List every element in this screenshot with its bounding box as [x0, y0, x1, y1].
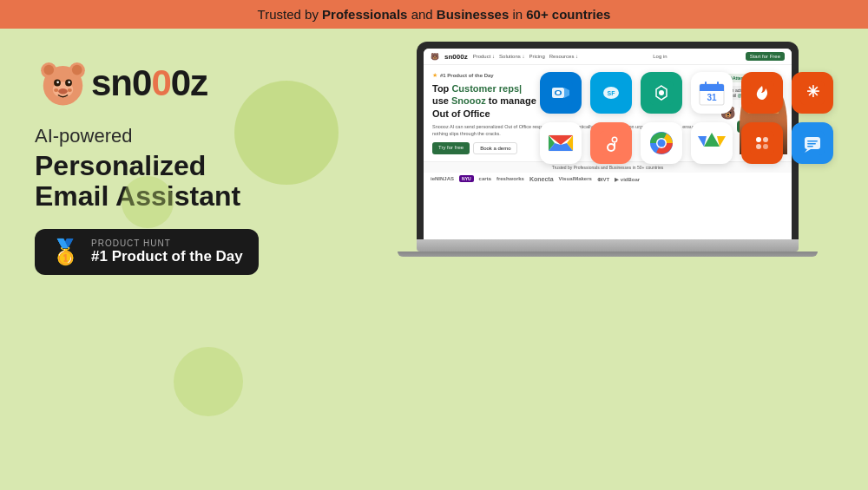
- trusted-banner: Trusted by Professionals and Businesses …: [0, 0, 868, 29]
- ph-title: #1 Product of the Day: [91, 248, 243, 265]
- svg-point-3: [43, 65, 54, 75]
- site-nav-login: Log in: [653, 54, 667, 59]
- svg-point-8: [56, 82, 59, 84]
- site-nav-cta[interactable]: Start for Free: [746, 52, 785, 61]
- svg-rect-64: [807, 146, 813, 147]
- svg-text:31: 31: [707, 93, 717, 102]
- right-panel: 🐻 sn000z Product ↓ Solutions ↓ Pricing R…: [382, 46, 833, 468]
- gmail-icon[interactable]: [540, 122, 582, 164]
- google-calendar-icon[interactable]: 31: [691, 72, 733, 114]
- svg-point-10: [58, 88, 67, 95]
- logo-nyu: NYU: [459, 175, 474, 182]
- site-heading-brand: Snoooz: [451, 95, 486, 106]
- intercom-icon[interactable]: [792, 122, 833, 164]
- app-icons-row-2: [540, 122, 833, 164]
- svg-point-17: [556, 91, 561, 95]
- banner-bold-3: 60+ countries: [526, 7, 610, 22]
- svg-rect-26: [700, 89, 724, 91]
- laptop-bottom: [398, 252, 818, 257]
- salesforce-icon[interactable]: SF: [590, 72, 632, 114]
- deco-circle-3: [122, 176, 174, 228]
- svg-point-22: [659, 90, 664, 95]
- svg-rect-62: [807, 140, 818, 142]
- asterisk-icon[interactable]: ✳: [792, 72, 833, 114]
- svg-text:✳: ✳: [806, 83, 819, 101]
- svg-point-12: [68, 88, 72, 92]
- site-ph-star-icon: ★: [432, 72, 437, 79]
- logo-vidboar: ▶ vidBoar: [615, 176, 640, 182]
- site-nav-links: Product ↓ Solutions ↓ Pricing Resources …: [473, 54, 578, 59]
- logo-ieninjas: ieNINJAS: [431, 176, 454, 181]
- svg-text:SF: SF: [608, 90, 616, 96]
- svg-point-59: [763, 144, 768, 149]
- medal-icon: 🥇: [50, 238, 81, 266]
- logo-area: sn000z: [35, 55, 382, 111]
- svg-point-44: [608, 145, 614, 150]
- site-demo-btn[interactable]: Book a demo: [473, 142, 517, 154]
- svg-point-58: [756, 144, 761, 149]
- openai-icon[interactable]: [641, 72, 682, 114]
- banner-text-1: Trusted by: [258, 7, 322, 22]
- product-hunt-badge[interactable]: 🥇 PRODUCT HUNT #1 Product of the Day: [35, 229, 259, 275]
- tagline-bold-2: Email Assistant: [35, 181, 382, 212]
- logo-freshworks: freshworks: [496, 176, 524, 181]
- banner-text-2: and: [407, 7, 436, 22]
- site-nav-logo: sn000z: [444, 53, 468, 61]
- site-heading-highlight: Customer reps|: [451, 83, 522, 94]
- logo-konecta: Konecta: [529, 176, 554, 182]
- chili-piper-icon[interactable]: [741, 72, 783, 114]
- logo-visualmakers: VisualMakers: [559, 176, 592, 181]
- hubspot-icon[interactable]: [590, 122, 632, 164]
- svg-point-56: [756, 137, 761, 142]
- deco-circle-1: [234, 81, 339, 185]
- svg-point-9: [68, 82, 70, 84]
- svg-rect-63: [807, 143, 816, 145]
- site-trusted-text: Trusted by Professionals and Businesses …: [552, 165, 663, 170]
- bear-logo: [35, 55, 91, 111]
- logo-carta: carta: [479, 176, 491, 181]
- banner-bold-2: Businesses: [437, 7, 509, 22]
- banner-bold-1: Professionals: [322, 7, 407, 22]
- dots-icon[interactable]: [741, 122, 783, 164]
- main-content: sn000z AI-powered Personalized Email Ass…: [0, 29, 868, 486]
- chrome-icon[interactable]: [641, 122, 682, 164]
- site-ph-badge-text: #1 Product of the Day: [440, 73, 494, 78]
- site-nav: 🐻 sn000z Product ↓ Solutions ↓ Pricing R…: [424, 49, 792, 65]
- svg-rect-55: [750, 131, 774, 155]
- google-drive-icon[interactable]: [691, 122, 733, 164]
- site-heading-oof: Out of Office: [432, 108, 490, 119]
- brand-name: sn000z: [91, 62, 207, 104]
- app-icons-grid: SF: [540, 72, 833, 164]
- site-logos-row: ieNINJAS NYU carta freshworks Konecta Vi…: [424, 173, 792, 185]
- svg-point-11: [54, 88, 58, 92]
- app-icons-row-1: SF: [540, 72, 833, 114]
- ph-text-area: PRODUCT HUNT #1 Product of the Day: [91, 238, 243, 265]
- deco-circle-2: [174, 347, 243, 416]
- svg-point-4: [72, 65, 82, 75]
- logo-ivt: ⊕IVT: [597, 176, 609, 182]
- banner-text-3: in: [509, 7, 526, 22]
- svg-point-57: [763, 137, 768, 142]
- site-try-btn[interactable]: Try for free: [432, 142, 470, 154]
- laptop-base: [417, 239, 799, 252]
- svg-point-41: [613, 138, 616, 141]
- svg-point-48: [658, 140, 666, 147]
- outlook-icon[interactable]: [540, 72, 582, 114]
- ph-label: PRODUCT HUNT: [91, 238, 243, 248]
